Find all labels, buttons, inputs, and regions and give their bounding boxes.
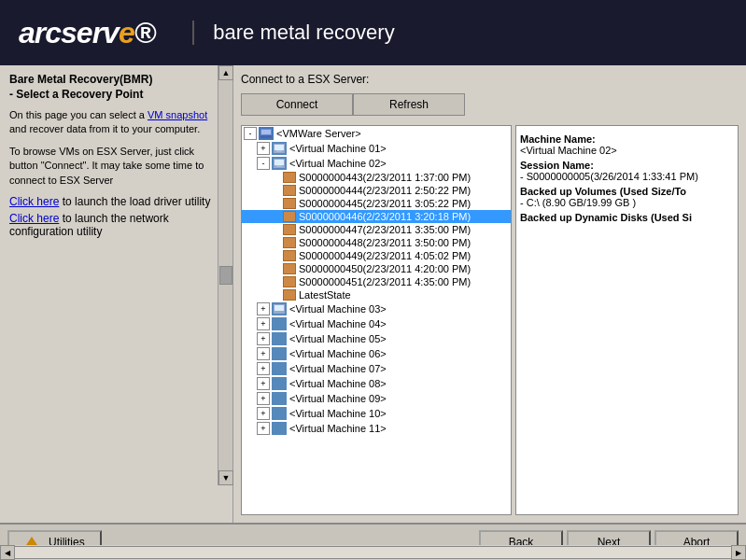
toggle-vm08[interactable]: + bbox=[257, 377, 270, 390]
snap443-icon bbox=[283, 172, 296, 183]
tree-item-vmware-server[interactable]: - <VMWare Server> bbox=[242, 126, 511, 141]
tree-item-snap450[interactable]: S0000000450(2/23/2011 4:20:00 PM) bbox=[242, 262, 511, 275]
refresh-button[interactable]: Refresh bbox=[353, 93, 465, 116]
toggle-vm01[interactable]: + bbox=[257, 142, 270, 155]
snap445-icon bbox=[283, 198, 296, 209]
vm07-label: <Virtual Machine 07> bbox=[289, 363, 387, 374]
detail-panel: Machine Name: <Virtual Machine 02> Sessi… bbox=[515, 125, 739, 515]
header: arcserve® bare metal recovery bbox=[0, 0, 746, 65]
tree-item-snap443[interactable]: S0000000443(2/23/2011 1:37:00 PM) bbox=[242, 171, 511, 184]
right-panel: Connect to a ESX Server: Connect Refresh… bbox=[233, 65, 746, 523]
tree-item-vm08[interactable]: + <Virtual Machine 08> bbox=[242, 376, 511, 391]
tree-item-vm05[interactable]: + <Virtual Machine 05> bbox=[242, 331, 511, 346]
left-desc: On this page you can select a VM snapsho… bbox=[9, 108, 223, 137]
logo: arcserve® bbox=[19, 16, 155, 50]
toggle-vm02[interactable]: - bbox=[257, 157, 270, 170]
toggle-vm11[interactable]: + bbox=[257, 422, 270, 435]
tree-item-vm02[interactable]: - <Virtual Machine 02> bbox=[242, 156, 511, 171]
latest-icon bbox=[283, 289, 296, 301]
snap449-icon bbox=[283, 250, 296, 261]
vm08-label: <Virtual Machine 08> bbox=[289, 378, 387, 389]
link2-container: Click here to launch the network configu… bbox=[9, 212, 223, 238]
toggle-vm04[interactable]: + bbox=[257, 317, 270, 330]
tree-item-snap445[interactable]: S0000000445(2/23/2011 3:05:22 PM) bbox=[242, 197, 511, 210]
tree-item-vm01[interactable]: + <Virtual Machine 01> bbox=[242, 141, 511, 156]
logo-accent: e bbox=[119, 16, 134, 49]
connect-button[interactable]: Connect bbox=[241, 93, 353, 116]
snap445-label: S0000000445(2/23/2011 3:05:22 PM) bbox=[299, 198, 471, 209]
tree-item-snap446[interactable]: S0000000446(2/23/2011 3:20:18 PM) bbox=[242, 210, 511, 223]
link1-container: Click here to launch the load driver uti… bbox=[9, 195, 223, 208]
vm-snapshot-link[interactable]: VM snapshot bbox=[148, 109, 207, 120]
tree-item-latest[interactable]: LatestState bbox=[242, 288, 511, 301]
toggle-vmware-server[interactable]: - bbox=[244, 127, 257, 140]
session-name-value: - S0000000005(3/26/2014 1:33:41 PM) bbox=[520, 171, 734, 182]
snap451-label: S0000000451(2/23/2011 4:35:00 PM) bbox=[299, 276, 471, 287]
tree-item-vm11[interactable]: + <Virtual Machine 11> bbox=[242, 421, 511, 436]
tree-item-vm10[interactable]: + <Virtual Machine 10> bbox=[242, 406, 511, 421]
connect-label: Connect to a ESX Server: bbox=[241, 73, 739, 86]
tree-item-vm03[interactable]: + <Virtual Machine 03> bbox=[242, 301, 511, 316]
snap443-label: S0000000443(2/23/2011 1:37:00 PM) bbox=[299, 172, 471, 183]
left-scroll-thumb[interactable] bbox=[219, 266, 232, 285]
vm07-icon bbox=[272, 362, 287, 375]
left-content: Bare Metal Recovery(BMR) - Select a Reco… bbox=[0, 65, 232, 523]
tree-item-vm07[interactable]: + <Virtual Machine 07> bbox=[242, 361, 511, 376]
toggle-vm10[interactable]: + bbox=[257, 407, 270, 420]
vm06-label: <Virtual Machine 06> bbox=[289, 348, 387, 359]
snap446-icon bbox=[283, 211, 296, 222]
svg-rect-8 bbox=[276, 165, 282, 167]
toggle-vm03[interactable]: + bbox=[257, 302, 270, 315]
snap450-label: S0000000450(2/23/2011 4:20:00 PM) bbox=[299, 263, 471, 274]
toggle-vm09[interactable]: + bbox=[257, 392, 270, 405]
tree-item-vm06[interactable]: + <Virtual Machine 06> bbox=[242, 346, 511, 361]
vm11-label: <Virtual Machine 11> bbox=[289, 423, 387, 434]
left-scrollbar: ▲ ▼ bbox=[218, 65, 232, 485]
tree-item-snap444[interactable]: S0000000444(2/23/2011 2:50:22 PM) bbox=[242, 184, 511, 197]
tree-item-vm09[interactable]: + <Virtual Machine 09> bbox=[242, 391, 511, 406]
tree-panel[interactable]: - <VMWare Server> + <Virtual Machine 01> bbox=[241, 125, 512, 515]
vm11-icon bbox=[272, 422, 287, 435]
toggle-vm05[interactable]: + bbox=[257, 332, 270, 345]
snap447-icon bbox=[283, 224, 296, 235]
vm10-label: <Virtual Machine 10> bbox=[289, 408, 387, 419]
vm04-icon bbox=[272, 317, 287, 330]
tree-item-snap449[interactable]: S0000000449(2/23/2011 4:05:02 PM) bbox=[242, 249, 511, 262]
toggle-vm07[interactable]: + bbox=[257, 362, 270, 375]
snap444-icon bbox=[283, 185, 296, 196]
vm09-icon bbox=[272, 392, 287, 405]
vm01-icon bbox=[272, 142, 287, 155]
tree-item-snap448[interactable]: S0000000448(2/23/2011 3:50:00 PM) bbox=[242, 236, 511, 249]
vm06-icon bbox=[272, 347, 287, 360]
tree-item-vm04[interactable]: + <Virtual Machine 04> bbox=[242, 316, 511, 331]
snap444-label: S0000000444(2/23/2011 2:50:22 PM) bbox=[299, 185, 471, 196]
snap449-label: S0000000449(2/23/2011 4:05:02 PM) bbox=[299, 250, 471, 261]
server-icon bbox=[259, 127, 274, 140]
tree-item-snap447[interactable]: S0000000447(2/23/2011 3:35:00 PM) bbox=[242, 223, 511, 236]
snap448-label: S0000000448(2/23/2011 3:50:00 PM) bbox=[299, 237, 471, 248]
left-desc2: To browse VMs on ESX Server, just click … bbox=[9, 145, 223, 188]
session-name-label: Session Name: bbox=[520, 160, 734, 171]
vm03-icon bbox=[272, 302, 287, 315]
svg-rect-7 bbox=[274, 160, 284, 165]
left-subtitle: - Select a Recovery Point bbox=[9, 88, 223, 101]
load-driver-link[interactable]: Click here bbox=[9, 195, 59, 208]
left-scroll-down-btn[interactable]: ▼ bbox=[218, 470, 233, 485]
vm04-label: <Virtual Machine 04> bbox=[289, 318, 387, 329]
network-config-link[interactable]: Click here bbox=[9, 212, 59, 225]
svg-rect-10 bbox=[274, 305, 284, 311]
toggle-vm06[interactable]: + bbox=[257, 347, 270, 360]
left-scroll-up-btn[interactable]: ▲ bbox=[218, 65, 233, 80]
snap450-icon bbox=[283, 263, 296, 274]
tree-detail-area: - <VMWare Server> + <Virtual Machine 01> bbox=[241, 125, 739, 515]
left-title: Bare Metal Recovery(BMR) bbox=[9, 73, 223, 86]
vm09-label: <Virtual Machine 09> bbox=[289, 393, 387, 404]
vm01-label: <Virtual Machine 01> bbox=[289, 143, 387, 154]
left-desc-text: On this page you can select a VM snapsho… bbox=[9, 109, 207, 134]
app-title: bare metal recovery bbox=[192, 21, 394, 45]
dynamic-disks-label: Backed up Dynamic Disks (Used Si bbox=[520, 212, 734, 223]
svg-rect-2 bbox=[260, 135, 272, 138]
tree-item-snap451[interactable]: S0000000451(2/23/2011 4:35:00 PM) bbox=[242, 275, 511, 288]
machine-name-value: <Virtual Machine 02> bbox=[520, 145, 734, 156]
snap448-icon bbox=[283, 237, 296, 248]
